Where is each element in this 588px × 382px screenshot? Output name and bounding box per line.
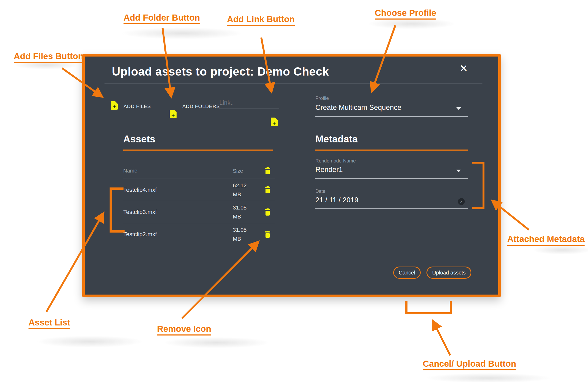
shadow-blob xyxy=(98,25,267,41)
annotation-asset-list: Asset List xyxy=(29,318,70,329)
rendernode-select[interactable]: Render1 xyxy=(315,166,343,174)
title-divider xyxy=(105,83,482,84)
cancel-upload-arrow xyxy=(433,322,450,355)
cancel-button[interactable]: Cancel xyxy=(393,267,421,279)
trash-icon[interactable] xyxy=(265,186,271,194)
add-folders-icon[interactable]: + xyxy=(170,110,177,118)
close-icon[interactable]: ✕ xyxy=(459,63,468,73)
rendernode-label: Rendernode-Name xyxy=(315,158,356,164)
date-field[interactable]: 21 / 11 / 2019 xyxy=(315,196,358,204)
asset-name: Testclip2.mxf xyxy=(123,231,233,238)
annotation-attached-metadata: Attached Metadata xyxy=(507,234,585,246)
asset-name: Testclip3.mxf xyxy=(123,209,233,216)
annotation-add-files: Add Files Button xyxy=(14,51,83,63)
profile-label: Profile xyxy=(315,96,329,101)
asset-name: Testclip4.mxf xyxy=(123,187,233,193)
annotated-screenshot-page: Upload assets to project: Demo Check ✕ +… xyxy=(0,0,588,382)
metadata-heading-rule xyxy=(315,150,468,151)
column-header-size: Size xyxy=(233,167,260,175)
shadow-blob xyxy=(143,335,290,350)
table-row: Testclip2.mxf 31.05MB xyxy=(123,223,275,245)
add-link-icon[interactable]: + xyxy=(271,118,278,126)
annotation-add-link: Add Link Button xyxy=(227,14,295,26)
add-files-button[interactable]: ADD FILES xyxy=(124,104,151,109)
assets-table: Name Size Testclip4.mxf 62.12MB Testclip… xyxy=(123,163,275,245)
link-input[interactable] xyxy=(219,99,279,109)
date-label: Date xyxy=(315,189,325,194)
assets-heading: Assets xyxy=(123,134,155,145)
upload-assets-button[interactable]: Upload assets xyxy=(426,267,471,279)
asset-size: 31.05MB xyxy=(233,225,260,243)
clear-date-icon[interactable]: ✕ xyxy=(458,198,465,205)
add-files-icon[interactable]: + xyxy=(111,101,118,110)
assets-heading-rule xyxy=(123,150,273,151)
upload-assets-dialog: Upload assets to project: Demo Check ✕ +… xyxy=(82,54,501,297)
trash-icon[interactable] xyxy=(265,231,271,238)
column-header-name: Name xyxy=(123,168,233,174)
annotation-add-folder: Add Folder Button xyxy=(124,13,200,24)
shadow-blob xyxy=(16,333,164,350)
rendernode-underline xyxy=(315,178,468,179)
annotation-cancel-upload: Cancel/ Upload Button xyxy=(423,359,516,370)
profile-underline xyxy=(315,116,468,117)
table-row: Testclip3.mxf 31.05MB xyxy=(123,201,275,223)
shadow-blob xyxy=(401,371,575,382)
profile-select[interactable]: Create Multicam Sequence xyxy=(315,104,401,112)
trash-icon[interactable] xyxy=(265,208,271,216)
table-header-row: Name Size xyxy=(123,163,275,179)
annotation-remove-icon: Remove Icon xyxy=(157,324,211,336)
metadata-heading: Metadata xyxy=(315,134,358,145)
chevron-down-icon[interactable] xyxy=(456,107,461,110)
chevron-down-icon[interactable] xyxy=(456,170,461,172)
cancel-upload-bracket xyxy=(406,301,451,313)
add-folders-button[interactable]: ADD FOLDERS xyxy=(182,104,220,109)
date-underline xyxy=(315,208,468,209)
asset-size: 62.12MB xyxy=(233,181,260,199)
asset-size: 31.05MB xyxy=(233,203,260,221)
delete-all-trash-icon[interactable] xyxy=(265,167,271,175)
dialog-title: Upload assets to project: Demo Check xyxy=(112,65,329,78)
annotation-choose-profile: Choose Profile xyxy=(375,8,436,20)
table-row: Testclip4.mxf 62.12MB xyxy=(123,179,275,201)
